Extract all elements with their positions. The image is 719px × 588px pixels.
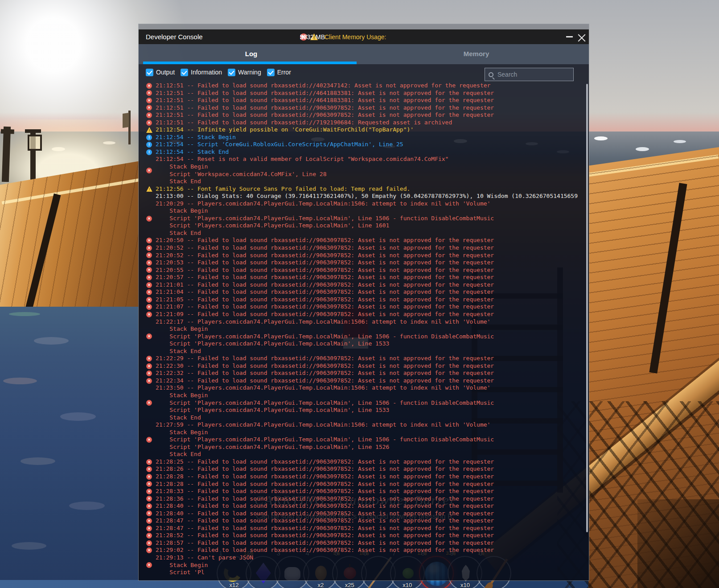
log-entry: 21:12:51 -- Failed to load sound rbxasse… — [146, 104, 589, 112]
log-entry: 21:20:52 -- Failed to load sound rbxasse… — [146, 244, 589, 252]
log-icon-cell — [146, 503, 156, 509]
log-entry: 21:28:40 -- Failed to load sound rbxasse… — [146, 510, 589, 518]
log-entry: 21:28:25 -- Failed to load sound rbxasse… — [146, 458, 589, 466]
slot-stack-count: x10 — [391, 582, 424, 588]
log-text: 21:28:47 -- Failed to load sound rbxasse… — [156, 525, 494, 532]
error-icon — [146, 526, 152, 531]
log-text: 21:21:09 -- Failed to load sound rbxasse… — [156, 311, 494, 318]
log-text: 21:28:25 -- Failed to load sound rbxasse… — [156, 458, 494, 466]
error-icon — [146, 562, 152, 568]
log-icon-cell — [146, 289, 156, 295]
memory-usage-label: Client Memory Usage: — [325, 33, 386, 41]
log-icon-cell — [146, 186, 156, 192]
close-icon[interactable] — [578, 33, 585, 41]
log-text: 21:20:57 -- Failed to load sound rbxasse… — [156, 274, 494, 281]
log-entry: 21:20:57 -- Failed to load sound rbxasse… — [146, 274, 589, 281]
log-text: 21:12:51 -- Failed to load sound rbxasse… — [156, 111, 494, 119]
log-icon-cell — [146, 526, 156, 531]
log-icon-cell — [146, 260, 156, 266]
log-entry: 21:29:13 -- Can't parse JSON Stack Begin… — [146, 554, 589, 574]
log-text: 21:20:52 -- Failed to load sound rbxasse… — [156, 252, 494, 259]
error-icon — [146, 363, 152, 369]
error-icon — [146, 459, 152, 465]
log-entry: 21:12:51 -- Failed to load sound rbxasse… — [146, 111, 589, 119]
checkbox-checked-icon[interactable] — [228, 69, 235, 76]
error-icon — [146, 481, 152, 487]
log-text: 21:12:51 -- Failed to load sound rbxasse… — [156, 119, 452, 127]
log-icon-cell — [146, 275, 156, 280]
log-text: 21:12:51 -- Failed to load sound rbxasse… — [156, 104, 494, 112]
error-icon — [146, 489, 152, 494]
error-icon — [146, 312, 152, 317]
log-icon-cell — [146, 370, 156, 376]
log-entry: 21:22:32 -- Failed to load sound rbxasse… — [146, 370, 589, 377]
error-icon — [146, 267, 152, 273]
log-icon-cell — [146, 481, 156, 487]
log-scrollbar[interactable] — [586, 84, 588, 532]
log-icon-cell — [146, 312, 156, 317]
log-text: 21:21:05 -- Failed to load sound rbxasse… — [156, 296, 494, 304]
log-entry: 21:12:54 -- Stack End — [146, 148, 589, 156]
log-entry: 21:29:02 -- Failed to load sound rbxasse… — [146, 547, 589, 554]
error-icon — [146, 547, 152, 553]
error-icon — [146, 289, 152, 295]
log-entry: 21:20:50 -- Failed to load sound rbxasse… — [146, 237, 589, 244]
checkbox-checked-icon[interactable] — [267, 69, 275, 76]
error-icon — [146, 238, 152, 243]
filter-warning[interactable]: Warning — [228, 69, 261, 76]
error-icon — [146, 400, 152, 406]
log-text: 21:28:26 -- Failed to load sound rbxasse… — [156, 465, 494, 473]
search-input[interactable] — [497, 70, 570, 78]
log-text: 21:28:52 -- Failed to load sound rbxasse… — [156, 532, 494, 539]
log-text: 21:28:28 -- Failed to load sound rbxasse… — [156, 473, 494, 481]
search-icon — [489, 72, 493, 77]
log-icon-cell — [146, 135, 156, 140]
error-icon — [146, 437, 152, 443]
filter-output[interactable]: Output — [146, 69, 175, 76]
error-icon — [146, 105, 152, 111]
log-icon-cell — [146, 90, 156, 96]
tab-log[interactable]: Log — [139, 44, 364, 64]
log-text: 21:12:54 -- Stack Begin — [156, 134, 236, 141]
log-entry: 21:28:28 -- Failed to load sound rbxasse… — [146, 473, 589, 481]
slot-stack-count: x10 — [448, 582, 481, 588]
log-entry: 21:28:47 -- Failed to load sound rbxasse… — [146, 525, 589, 532]
log-icon-cell — [146, 297, 156, 303]
log-entry: 21:20:53 -- Failed to load sound rbxasse… — [146, 259, 589, 267]
log-icon-cell — [146, 142, 156, 148]
tab-memory[interactable]: Memory — [364, 44, 589, 64]
slot-stack-count: x2 — [304, 582, 337, 588]
log-text: 21:21:07 -- Failed to load sound rbxasse… — [156, 303, 494, 311]
error-icon — [146, 466, 152, 472]
error-icon — [146, 356, 152, 362]
console-titlebar[interactable]: Developer Console ✕ 58 ! 2 Client Memory… — [139, 29, 589, 44]
log-entry: 21:21:01 -- Failed to load sound rbxasse… — [146, 281, 589, 289]
log-icon-cell — [146, 437, 156, 443]
checkbox-checked-icon[interactable] — [146, 69, 153, 76]
checkbox-checked-icon[interactable] — [181, 69, 188, 76]
error-icon — [146, 275, 152, 280]
log-text: 21:28:57 -- Failed to load sound rbxasse… — [156, 539, 494, 547]
log-icon-cell — [146, 518, 156, 524]
log-entry: 21:28:40 -- Failed to load sound rbxasse… — [146, 502, 589, 510]
developer-console-window: Developer Console ✕ 58 ! 2 Client Memory… — [138, 24, 589, 581]
log-icon-cell — [146, 533, 156, 539]
log-list[interactable]: 21:12:51 -- Failed to load sound rbxasse… — [139, 80, 589, 574]
log-entry: 21:28:33 -- Failed to load sound rbxasse… — [146, 488, 589, 495]
search-box[interactable] — [485, 68, 574, 81]
log-icon-cell — [146, 333, 156, 339]
filter-label: Information — [191, 69, 222, 76]
warning-icon — [146, 127, 152, 133]
filter-error[interactable]: Error — [267, 69, 291, 76]
error-icon — [146, 245, 152, 251]
log-entry: 21:20:55 -- Failed to load sound rbxasse… — [146, 267, 589, 274]
log-text: 21:28:40 -- Failed to load sound rbxasse… — [156, 510, 494, 518]
error-icon — [146, 370, 152, 376]
log-text: 21:28:36 -- Failed to load sound rbxasse… — [156, 495, 494, 503]
minimize-icon[interactable] — [566, 36, 573, 37]
log-entry: 21:23:50 -- Players.comicdan74.PlayerGui… — [146, 384, 589, 421]
log-icon-cell — [146, 489, 156, 494]
error-icon — [146, 168, 152, 173]
filter-information[interactable]: Information — [181, 69, 222, 76]
error-icon — [146, 297, 152, 303]
